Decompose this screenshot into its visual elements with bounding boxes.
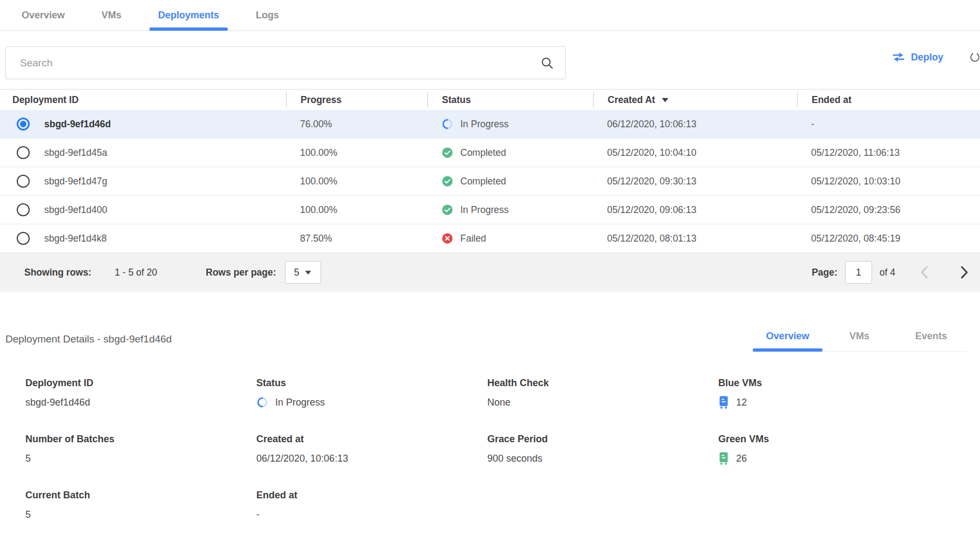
column-header-created-at-label: Created At [608, 94, 655, 106]
field-status: Status In Progress [256, 378, 487, 434]
deployment-id: sbgd-9ef1d4k8 [44, 233, 107, 244]
field-label: Deployment ID [25, 378, 256, 389]
check-circle-icon [441, 204, 453, 216]
created-at-value: 06/12/2020, 10:06:13 [593, 119, 797, 130]
radio-button-selected[interactable] [17, 118, 30, 131]
field-health-check: Health Check None [487, 378, 718, 434]
details-grid-spacer [487, 490, 718, 535]
radio-button[interactable] [17, 232, 30, 245]
tab-deployments[interactable]: Deployments [149, 0, 228, 30]
tab-overview[interactable]: Overview [13, 0, 73, 30]
status-label: In Progress [460, 204, 508, 216]
status-label: Failed [460, 233, 486, 244]
deploy-button[interactable]: Deploy [891, 46, 943, 68]
chevron-right-icon [960, 266, 969, 279]
search-input[interactable] [6, 47, 540, 79]
vm-server-blue-icon [718, 396, 729, 409]
field-value: - [256, 508, 487, 521]
field-deployment-id: Deployment ID sbgd-9ef1d46d [25, 378, 256, 434]
field-green-vms: Green VMs 26 [718, 434, 949, 490]
field-value: 26 [736, 453, 747, 464]
table-row[interactable]: sbgd-9ef1d4k8 87.50% Failed 05/12/2020, … [0, 224, 980, 253]
ended-at-value: 05/12/2020, 08:45:19 [797, 233, 980, 244]
details-tab-events[interactable]: Events [895, 324, 967, 351]
showing-rows-label: Showing rows: [24, 267, 91, 278]
field-current-batch: Current Batch 5 [25, 490, 256, 535]
field-blue-vms: Blue VMs 12 [718, 378, 949, 434]
column-header-created-at[interactable]: Created At [593, 92, 797, 107]
chevron-down-icon [305, 270, 311, 275]
status-label: Completed [460, 176, 506, 187]
column-header-ended-at[interactable]: Ended at [797, 92, 980, 107]
field-value: sbgd-9ef1d46d [25, 396, 256, 409]
field-label: Created at [256, 434, 487, 445]
table-row[interactable]: sbgd-9ef1d46d 76.00% In Progress 06/12/2… [0, 110, 980, 139]
next-page-button[interactable] [960, 266, 969, 279]
rows-per-page-select[interactable]: 5 [285, 261, 321, 284]
sort-desc-icon [662, 98, 669, 102]
refresh-icon[interactable] [970, 46, 980, 68]
field-value: 900 seconds [487, 452, 718, 465]
chevron-left-icon [920, 266, 929, 279]
created-at-value: 05/12/2020, 09:06:13 [593, 204, 797, 216]
field-label: Green VMs [718, 434, 949, 445]
table-header-row: Deployment ID Progress Status Created At… [0, 89, 980, 110]
details-tab-overview[interactable]: Overview [752, 324, 824, 351]
table-footer: Showing rows: 1 - 5 of 20 Rows per page:… [0, 253, 980, 292]
field-label: Ended at [256, 490, 487, 501]
progress-value: 100.00% [286, 204, 427, 216]
field-created-at: Created at 06/12/2020, 10:06:13 [256, 434, 487, 490]
progress-value: 76.00% [286, 119, 427, 130]
deploy-button-label: Deploy [911, 52, 943, 63]
details-grid: Deployment ID sbgd-9ef1d46d Status In Pr… [25, 378, 949, 535]
status-label: Completed [460, 147, 506, 159]
field-value: 06/12/2020, 10:06:13 [256, 452, 487, 465]
column-header-deployment-id[interactable]: Deployment ID [0, 92, 286, 107]
top-tabs: Overview VMs Deployments Logs [0, 0, 980, 31]
progress-value: 87.50% [286, 233, 427, 244]
swap-arrows-icon [891, 52, 906, 63]
ended-at-value: 05/12/2020, 11:06:13 [797, 147, 980, 159]
deployment-id: sbgd-9ef1d45a [44, 147, 107, 159]
radio-button[interactable] [17, 203, 30, 216]
progress-value: 100.00% [286, 147, 427, 159]
column-header-progress[interactable]: Progress [286, 92, 427, 107]
ended-at-value: - [797, 119, 980, 130]
field-label: Current Batch [25, 490, 256, 501]
table-row[interactable]: sbgd-9ef1d45a 100.00% Completed 05/12/20… [0, 139, 980, 167]
field-value: In Progress [275, 397, 325, 408]
failed-x-circle-icon [441, 232, 453, 244]
deployment-id: sbgd-9ef1d400 [44, 204, 107, 216]
field-label: Status [256, 378, 487, 389]
field-ended-at: Ended at - [256, 490, 487, 535]
deployment-details-title: Deployment Details - sbgd-9ef1d46d [5, 333, 172, 345]
field-value: None [487, 396, 718, 409]
table-row[interactable]: sbgd-9ef1d400 100.00% In Progress 05/12/… [0, 196, 980, 224]
check-circle-icon [441, 147, 453, 159]
tab-logs[interactable]: Logs [247, 0, 288, 30]
created-at-value: 05/12/2020, 08:01:13 [593, 233, 797, 244]
column-header-status[interactable]: Status [427, 92, 593, 107]
field-label: Blue VMs [718, 378, 949, 389]
check-circle-icon [441, 175, 453, 187]
deployment-id: sbgd-9ef1d46d [44, 119, 111, 130]
deployments-page: Overview VMs Deployments Logs Deploy Dep… [0, 0, 980, 535]
rows-per-page-label: Rows per page: [206, 267, 276, 278]
field-value: 12 [736, 397, 747, 408]
tab-vms[interactable]: VMs [93, 0, 130, 30]
created-at-value: 05/12/2020, 09:30:13 [593, 176, 797, 187]
details-tab-vms[interactable]: VMs [824, 324, 895, 351]
previous-page-button[interactable] [920, 266, 929, 279]
field-value: 5 [25, 452, 256, 465]
field-number-of-batches: Number of Batches 5 [25, 434, 256, 490]
deployments-table: Deployment ID Progress Status Created At… [0, 89, 980, 253]
page-input[interactable] [845, 261, 872, 284]
radio-button[interactable] [17, 146, 30, 159]
in-progress-spinner-icon [256, 396, 268, 408]
table-row[interactable]: sbgd-9ef1d47g 100.00% Completed 05/12/20… [0, 167, 980, 196]
field-label: Number of Batches [25, 434, 256, 445]
showing-rows-value: 1 - 5 of 20 [114, 267, 157, 278]
radio-button[interactable] [17, 175, 30, 188]
in-progress-spinner-icon [441, 118, 453, 130]
ended-at-value: 05/12/2020, 10:03:10 [797, 176, 980, 187]
